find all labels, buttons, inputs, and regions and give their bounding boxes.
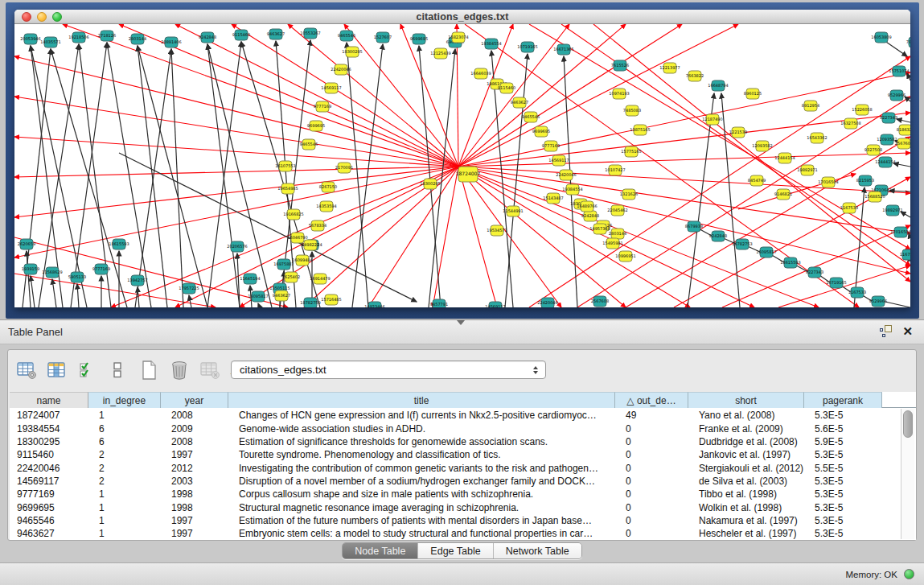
graph-node[interactable]: 9242848 [709, 231, 727, 241]
graph-node[interactable]: 10107427 [605, 165, 625, 175]
table-row[interactable]: 946362711997Embryonic stem cells: a mode… [10, 527, 882, 540]
graph-node[interactable]: 7485083 [623, 105, 641, 116]
graph-node[interactable]: 14353594 [316, 201, 336, 212]
graph-node[interactable]: 9227343 [880, 113, 897, 123]
table-selector-dropdown[interactable]: citations_edges.txt [231, 360, 546, 379]
graph-node[interactable]: 2718126 [98, 31, 116, 41]
graph-node[interactable]: 9529966 [888, 90, 906, 101]
graph-node[interactable]: 8960125 [744, 89, 762, 99]
graph-node[interactable]: 1498222 [302, 240, 319, 250]
graph-node[interactable]: 9242848 [199, 32, 216, 43]
graph-node[interactable]: 9465546 [300, 139, 318, 150]
close-window-icon[interactable] [22, 12, 31, 22]
graph-node[interactable]: 11645194 [240, 274, 260, 284]
graph-node[interactable]: 15751074 [889, 66, 909, 76]
graph-node[interactable]: 9465546 [338, 31, 355, 41]
table-panel-titlebar[interactable]: Table Panel ✕ [0, 319, 924, 344]
column-header-pagerank[interactable]: pagerank [804, 392, 882, 408]
graph-node[interactable]: 18615593 [109, 239, 129, 249]
column-header-name[interactable]: name [10, 392, 88, 408]
graph-node[interactable]: 22420046 [556, 170, 576, 180]
delete-table-disabled-icon[interactable] [198, 359, 222, 381]
graph-node[interactable]: 1167533 [840, 203, 858, 213]
graph-node[interactable]: 8454749 [748, 175, 766, 186]
graph-node[interactable]: 15775165 [621, 146, 641, 157]
graph-node[interactable]: 12213977 [659, 63, 680, 73]
graph-node[interactable]: 15716485 [321, 295, 341, 305]
table-row[interactable]: 1830029562008Estimation of significance … [10, 435, 882, 448]
table-row[interactable]: 969969511998Structural magnetic resonanc… [10, 501, 882, 513]
graph-node[interactable]: 9146821 [774, 189, 792, 200]
graph-node[interactable]: 9699695 [532, 126, 550, 137]
table-row[interactable]: 2242004622012Investigating the contribut… [10, 461, 882, 474]
graph-node[interactable]: 16671365 [553, 44, 573, 55]
column-header-out_degree[interactable]: △ out_de… [615, 392, 688, 408]
table-row[interactable]: 946554611997Estimation of the future num… [10, 514, 882, 527]
graph-node[interactable]: 20053946 [20, 34, 40, 44]
graph-node[interactable]: 17016504 [890, 227, 910, 237]
graph-node[interactable]: 10719165 [517, 42, 537, 52]
close-panel-icon[interactable]: ✕ [902, 325, 913, 337]
graph-node[interactable]: 16646039 [470, 68, 491, 79]
graph-node[interactable]: 7625402 [282, 272, 300, 282]
graph-node[interactable]: 16107553 [275, 161, 295, 171]
graph-node[interactable]: 8679938 [685, 221, 703, 232]
graph-node[interactable]: 16327508 [840, 118, 860, 129]
graph-node[interactable]: 11568629 [42, 267, 62, 278]
graph-hub-node[interactable]: 18724007 [456, 167, 481, 182]
graph-node[interactable]: 8215953 [856, 175, 874, 186]
graph-node[interactable]: 2620659 [18, 239, 35, 249]
graph-node[interactable]: 16648794 [708, 80, 728, 91]
graph-node[interactable]: 9457791 [430, 299, 448, 307]
tab-edge-table[interactable]: Edge Table [418, 543, 493, 558]
graph-node[interactable]: 20891406 [161, 37, 181, 47]
graph-node[interactable]: 12444154 [875, 157, 895, 167]
graph-node[interactable]: 2803144 [609, 229, 626, 239]
show-column-icon[interactable] [45, 359, 69, 381]
graph-node[interactable]: 20206576 [227, 241, 247, 252]
table-row[interactable]: 1938455462009Genome-wide association stu… [10, 422, 882, 435]
delete-column-trash-icon[interactable] [167, 359, 191, 381]
graph-node[interactable]: 2803144 [129, 34, 146, 44]
graph-node[interactable]: 9699695 [410, 34, 428, 44]
table-row[interactable]: 911546021997Tourette syndrome. Phenomeno… [10, 448, 882, 461]
graph-node[interactable]: 1167533 [848, 287, 866, 298]
graph-node[interactable]: 9465546 [522, 112, 540, 122]
table-row[interactable]: 1456911722003Disruption of a novel membe… [10, 475, 882, 488]
graph-node[interactable]: 12093582 [752, 141, 772, 151]
graph-node[interactable]: 19534571 [487, 225, 507, 236]
graph-node[interactable]: 16099484 [292, 255, 312, 266]
table-mode-icon[interactable] [14, 359, 39, 381]
float-panel-icon[interactable] [880, 325, 892, 337]
column-header-title[interactable]: title [228, 392, 615, 408]
graph-node[interactable]: 15143487 [543, 193, 563, 204]
graph-node[interactable]: 1221539 [729, 127, 747, 138]
column-header-short[interactable]: short [688, 392, 804, 408]
graph-node[interactable]: 9777169 [92, 264, 110, 274]
column-header-year[interactable]: year [161, 392, 228, 408]
graph-node[interactable]: 9777169 [542, 141, 560, 151]
graph-node[interactable]: 17016504 [818, 177, 838, 187]
graph-node[interactable]: 19384554 [481, 39, 501, 49]
graph-node[interactable]: 14569117 [548, 155, 569, 166]
graph-node[interactable]: 9242848 [581, 211, 599, 221]
graph-node[interactable]: 1321626 [620, 189, 638, 200]
graph-node[interactable]: 12125439 [430, 48, 450, 59]
graph-node[interactable]: 8912954 [802, 101, 819, 111]
graph-node[interactable]: 14569117 [485, 302, 505, 307]
graph-node[interactable]: 10996951 [615, 251, 635, 262]
graph-node[interactable]: 7857224 [906, 37, 910, 47]
tab-network-table[interactable]: Network Table [494, 543, 581, 558]
graph-node[interactable]: 12187490 [702, 114, 722, 125]
graph-node[interactable]: 9463627 [511, 97, 528, 108]
graph-node[interactable]: 1167533 [900, 249, 910, 260]
graph-node[interactable]: 11544991 [503, 206, 523, 216]
graph-node[interactable]: 22045462 [607, 205, 627, 216]
zoom-window-icon[interactable] [52, 12, 62, 22]
table-row[interactable]: 1872400712008Changes of HCN gene express… [10, 409, 882, 422]
graph-node[interactable]: 7615526 [611, 60, 629, 71]
graph-node[interactable]: 18300295 [342, 47, 362, 57]
graph-node[interactable]: 9327508 [864, 145, 882, 155]
graph-node[interactable]: 13875165 [630, 125, 650, 135]
minimize-window-icon[interactable] [37, 12, 47, 22]
